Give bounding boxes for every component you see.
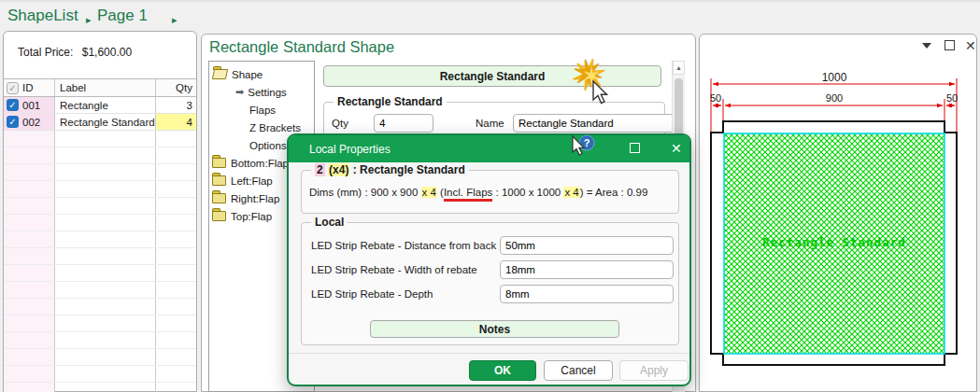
dim-body-label: 900 [826,92,843,104]
dim-right-flap-label: 50 [946,92,958,104]
empty-table-row [4,315,196,332]
table-row[interactable]: ✓ 001 Rectangle 3 [4,97,196,114]
dims-line: Dims (mm) : 900 x 900 x 4 (Incl. Flaps :… [309,187,647,198]
incl-flaps-underlined: Incl. Flaps [444,187,492,202]
footer-divider [289,353,689,354]
row-id: 002 [22,117,40,128]
row-checkbox[interactable]: ✓ [7,116,19,128]
apply-button[interactable]: Apply [619,360,689,381]
empty-table-row [4,231,196,248]
summary-legend: 2 (x4) : Rectangle Standard [311,163,469,176]
dialog-title-bar[interactable]: Local Properties ✕ [289,135,689,162]
tree-item-settings[interactable]: ➡ Settings [209,83,314,101]
summary-legend-name: : Rectangle Standard [349,163,464,176]
dims-text: ) = Area : 0.99 [580,187,648,198]
breadcrumb-page[interactable]: Page 1 [97,7,148,25]
row-qty[interactable]: 4 [156,114,196,130]
led-width-input[interactable] [500,260,674,279]
total-price-value: $1,600.00 [77,46,132,59]
qty-input[interactable] [374,114,433,133]
ok-button[interactable]: OK [469,360,536,381]
dims-text: ( [437,187,444,198]
empty-table-row [4,198,196,215]
empty-table-row [4,366,196,383]
shape-drawing: 1000 50 900 50 Rectangle Standard [703,57,974,384]
notes-button[interactable]: Notes [370,320,619,338]
qty-label: Qty [332,118,348,129]
row-qty[interactable]: 3 [156,97,196,113]
empty-table-row [4,265,196,282]
field-label: LED Strip Rebate - Width of rebate [311,264,477,275]
field-label: LED Strip Rebate - Depth [311,288,433,300]
scroll-up-button[interactable]: ▲ [673,61,685,75]
row-checkbox[interactable]: ✓ [7,99,19,111]
tree-item-label: Options [249,140,287,151]
tree-item-label: Settings [248,87,287,98]
dialog-title: Local Properties [289,143,391,156]
collapse-panel-icon[interactable] [922,43,931,49]
folder-icon [212,158,226,168]
close-icon[interactable]: ✕ [671,142,682,155]
dim-total-label: 1000 [822,71,847,84]
local-legend: Local [311,216,348,229]
cancel-button[interactable]: Cancel [544,360,613,381]
tree-item-label: Bottom:Flap [231,158,289,169]
help-cursor-icon: ? [567,134,599,162]
empty-table-row [4,164,196,181]
empty-table-row [4,248,196,265]
tree-item-label: Top:Flap [231,211,272,222]
page-title: Rectangle Standard Shape [209,38,394,56]
dims-text: : 1000 x 1000 [492,187,563,198]
help-question-glyph: ? [584,137,590,148]
led-depth-input[interactable] [500,285,674,303]
folder-icon [212,211,226,221]
empty-table-row [4,383,196,392]
shape-list-panel: Total Price: $1,600.00 ✓ ID Label Qty ✓ … [3,31,197,392]
local-properties-dialog: Local Properties ✕ 2 (x4) : Rectangle St… [287,133,691,386]
total-price-label: Total Price: [18,46,73,59]
breadcrumb-shapelist[interactable]: ShapeList [7,7,78,25]
empty-table-row [4,349,196,366]
name-input[interactable] [513,114,679,133]
click-effect: ✶ ✶ ✶ [563,49,629,114]
close-panel-icon[interactable]: ✕ [965,39,976,52]
header-id[interactable]: ✓ ID [4,79,55,96]
shape-table: ✓ ID Label Qty ✓ 001 Rectangle 3 ✓ 002 R… [4,78,196,392]
empty-table-row [4,131,196,147]
empty-table-row [4,299,196,315]
folder-icon [212,175,226,186]
breadcrumb: ShapeList ▸ Page 1 ▸ [0,0,980,30]
field-label: LED Strip Rebate - Distance from back [311,240,496,251]
empty-rows [4,131,196,392]
dims-mult-highlight: x 4 [563,187,579,198]
table-row[interactable]: ✓ 002 Rectangle Standard 4 [4,114,196,131]
arrow-right-icon: ➡ [235,86,244,98]
tree-item-shape[interactable]: Shape [209,65,314,83]
row-label[interactable]: Rectangle [55,97,156,113]
empty-table-row [4,181,196,198]
header-qty[interactable]: Qty [156,79,196,96]
local-group: Local LED Strip Rebate - Distance from b… [301,222,679,345]
empty-table-row [4,215,196,231]
maximize-panel-icon[interactable] [944,40,955,50]
tree-item-flaps[interactable]: Flaps [209,101,314,119]
empty-table-row [4,332,196,349]
shape-name-label: Rectangle Standard [762,235,905,249]
maximize-icon[interactable] [630,143,640,153]
tree-item-label: Shape [232,69,263,80]
tree-item-label: Z Brackets [249,122,301,133]
dim-left-flap-label: 50 [710,92,721,104]
shape-index: 2 [315,163,325,176]
name-label: Name [476,118,504,129]
dims-text: Dims (mm) : 900 x 900 [309,187,421,198]
header-label[interactable]: Label [55,79,156,96]
breadcrumb-arrow-icon: ▸ [82,14,95,25]
tree-item-label: Right:Flap [231,193,279,204]
tree-item-label: Flaps [249,105,276,116]
led-distance-input[interactable] [500,236,674,255]
summary-group: 2 (x4) : Rectangle Standard Dims (mm) : … [301,170,679,214]
group-legend: Rectangle Standard [334,95,447,108]
select-all-checkbox[interactable]: ✓ [7,82,19,94]
open-folder-icon [213,69,227,79]
row-label[interactable]: Rectangle Standard [55,114,156,130]
